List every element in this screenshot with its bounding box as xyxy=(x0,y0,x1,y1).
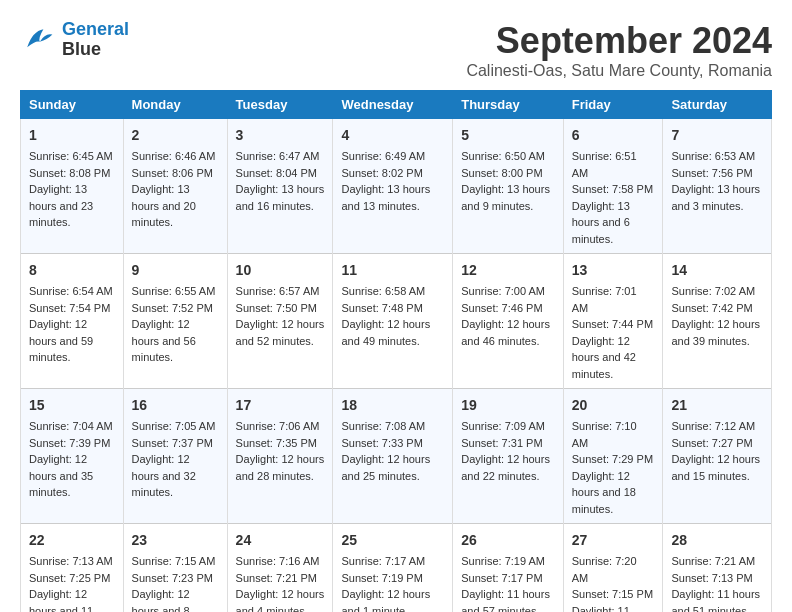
calendar-cell: 25 Sunrise: 7:17 AM Sunset: 7:19 PM Dayl… xyxy=(333,524,453,613)
day-number: 8 xyxy=(29,260,115,281)
day-number: 1 xyxy=(29,125,115,146)
day-number: 27 xyxy=(572,530,655,551)
sunrise-info: Sunrise: 6:50 AM xyxy=(461,150,545,162)
daylight-info: Daylight: 12 hours and 32 minutes. xyxy=(132,453,196,498)
logo-icon xyxy=(20,22,56,58)
sunset-info: Sunset: 8:04 PM xyxy=(236,167,317,179)
weekday-header-friday: Friday xyxy=(563,91,663,119)
sunrise-info: Sunrise: 7:09 AM xyxy=(461,420,545,432)
daylight-info: Daylight: 12 hours and 59 minutes. xyxy=(29,318,93,363)
weekday-header-sunday: Sunday xyxy=(21,91,124,119)
sunset-info: Sunset: 7:19 PM xyxy=(341,572,422,584)
sunset-info: Sunset: 7:21 PM xyxy=(236,572,317,584)
sunset-info: Sunset: 7:42 PM xyxy=(671,302,752,314)
day-number: 23 xyxy=(132,530,219,551)
calendar-cell: 28 Sunrise: 7:21 AM Sunset: 7:13 PM Dayl… xyxy=(663,524,772,613)
daylight-info: Daylight: 12 hours and 1 minute. xyxy=(341,588,430,612)
sunrise-info: Sunrise: 7:10 AM xyxy=(572,420,637,449)
sunset-info: Sunset: 7:54 PM xyxy=(29,302,110,314)
sunrise-info: Sunrise: 6:47 AM xyxy=(236,150,320,162)
day-number: 2 xyxy=(132,125,219,146)
day-number: 5 xyxy=(461,125,554,146)
daylight-info: Daylight: 12 hours and 18 minutes. xyxy=(572,470,636,515)
sunrise-info: Sunrise: 6:51 AM xyxy=(572,150,637,179)
day-number: 10 xyxy=(236,260,325,281)
calendar-cell: 9 Sunrise: 6:55 AM Sunset: 7:52 PM Dayli… xyxy=(123,254,227,389)
daylight-info: Daylight: 12 hours and 15 minutes. xyxy=(671,453,760,482)
daylight-info: Daylight: 12 hours and 28 minutes. xyxy=(236,453,325,482)
calendar-cell: 4 Sunrise: 6:49 AM Sunset: 8:02 PM Dayli… xyxy=(333,119,453,254)
day-number: 15 xyxy=(29,395,115,416)
sunset-info: Sunset: 8:06 PM xyxy=(132,167,213,179)
daylight-info: Daylight: 12 hours and 46 minutes. xyxy=(461,318,550,347)
calendar-cell: 26 Sunrise: 7:19 AM Sunset: 7:17 PM Dayl… xyxy=(453,524,563,613)
title-section: September 2024 Calinesti-Oas, Satu Mare … xyxy=(466,20,772,80)
sunrise-info: Sunrise: 7:04 AM xyxy=(29,420,113,432)
sunset-info: Sunset: 8:02 PM xyxy=(341,167,422,179)
month-title: September 2024 xyxy=(466,20,772,62)
day-number: 6 xyxy=(572,125,655,146)
sunset-info: Sunset: 7:58 PM xyxy=(572,183,653,195)
sunrise-info: Sunrise: 7:21 AM xyxy=(671,555,755,567)
sunrise-info: Sunrise: 7:02 AM xyxy=(671,285,755,297)
logo: General Blue xyxy=(20,20,129,60)
calendar-cell: 27 Sunrise: 7:20 AM Sunset: 7:15 PM Dayl… xyxy=(563,524,663,613)
day-number: 16 xyxy=(132,395,219,416)
sunset-info: Sunset: 7:31 PM xyxy=(461,437,542,449)
daylight-info: Daylight: 12 hours and 49 minutes. xyxy=(341,318,430,347)
calendar-cell: 13 Sunrise: 7:01 AM Sunset: 7:44 PM Dayl… xyxy=(563,254,663,389)
sunrise-info: Sunrise: 6:58 AM xyxy=(341,285,425,297)
daylight-info: Daylight: 12 hours and 11 minutes. xyxy=(29,588,93,612)
sunset-info: Sunset: 7:33 PM xyxy=(341,437,422,449)
sunrise-info: Sunrise: 7:08 AM xyxy=(341,420,425,432)
day-number: 25 xyxy=(341,530,444,551)
daylight-info: Daylight: 12 hours and 52 minutes. xyxy=(236,318,325,347)
day-number: 18 xyxy=(341,395,444,416)
weekday-header-thursday: Thursday xyxy=(453,91,563,119)
daylight-info: Daylight: 12 hours and 56 minutes. xyxy=(132,318,196,363)
sunset-info: Sunset: 7:27 PM xyxy=(671,437,752,449)
sunrise-info: Sunrise: 7:06 AM xyxy=(236,420,320,432)
calendar-cell: 15 Sunrise: 7:04 AM Sunset: 7:39 PM Dayl… xyxy=(21,389,124,524)
calendar-cell: 6 Sunrise: 6:51 AM Sunset: 7:58 PM Dayli… xyxy=(563,119,663,254)
calendar-cell: 10 Sunrise: 6:57 AM Sunset: 7:50 PM Dayl… xyxy=(227,254,333,389)
calendar-cell: 8 Sunrise: 6:54 AM Sunset: 7:54 PM Dayli… xyxy=(21,254,124,389)
day-number: 13 xyxy=(572,260,655,281)
sunset-info: Sunset: 7:56 PM xyxy=(671,167,752,179)
sunset-info: Sunset: 7:37 PM xyxy=(132,437,213,449)
weekday-header-tuesday: Tuesday xyxy=(227,91,333,119)
calendar-cell: 21 Sunrise: 7:12 AM Sunset: 7:27 PM Dayl… xyxy=(663,389,772,524)
day-number: 12 xyxy=(461,260,554,281)
daylight-info: Daylight: 13 hours and 9 minutes. xyxy=(461,183,550,212)
sunrise-info: Sunrise: 6:49 AM xyxy=(341,150,425,162)
sunset-info: Sunset: 7:35 PM xyxy=(236,437,317,449)
sunrise-info: Sunrise: 6:57 AM xyxy=(236,285,320,297)
calendar-cell: 18 Sunrise: 7:08 AM Sunset: 7:33 PM Dayl… xyxy=(333,389,453,524)
day-number: 4 xyxy=(341,125,444,146)
sunset-info: Sunset: 7:25 PM xyxy=(29,572,110,584)
calendar-cell: 12 Sunrise: 7:00 AM Sunset: 7:46 PM Dayl… xyxy=(453,254,563,389)
calendar-cell: 24 Sunrise: 7:16 AM Sunset: 7:21 PM Dayl… xyxy=(227,524,333,613)
weekday-header-row: SundayMondayTuesdayWednesdayThursdayFrid… xyxy=(21,91,772,119)
day-number: 24 xyxy=(236,530,325,551)
sunrise-info: Sunrise: 6:45 AM xyxy=(29,150,113,162)
calendar-week-row: 15 Sunrise: 7:04 AM Sunset: 7:39 PM Dayl… xyxy=(21,389,772,524)
day-number: 21 xyxy=(671,395,763,416)
daylight-info: Daylight: 11 hours and 54 minutes. xyxy=(572,605,636,613)
sunrise-info: Sunrise: 6:53 AM xyxy=(671,150,755,162)
sunrise-info: Sunrise: 6:55 AM xyxy=(132,285,216,297)
daylight-info: Daylight: 12 hours and 25 minutes. xyxy=(341,453,430,482)
day-number: 3 xyxy=(236,125,325,146)
sunrise-info: Sunrise: 7:19 AM xyxy=(461,555,545,567)
weekday-header-wednesday: Wednesday xyxy=(333,91,453,119)
sunset-info: Sunset: 7:17 PM xyxy=(461,572,542,584)
sunrise-info: Sunrise: 7:20 AM xyxy=(572,555,637,584)
day-number: 26 xyxy=(461,530,554,551)
daylight-info: Daylight: 11 hours and 51 minutes. xyxy=(671,588,760,612)
weekday-header-monday: Monday xyxy=(123,91,227,119)
daylight-info: Daylight: 12 hours and 42 minutes. xyxy=(572,335,636,380)
day-number: 14 xyxy=(671,260,763,281)
day-number: 17 xyxy=(236,395,325,416)
calendar-cell: 2 Sunrise: 6:46 AM Sunset: 8:06 PM Dayli… xyxy=(123,119,227,254)
sunset-info: Sunset: 7:48 PM xyxy=(341,302,422,314)
